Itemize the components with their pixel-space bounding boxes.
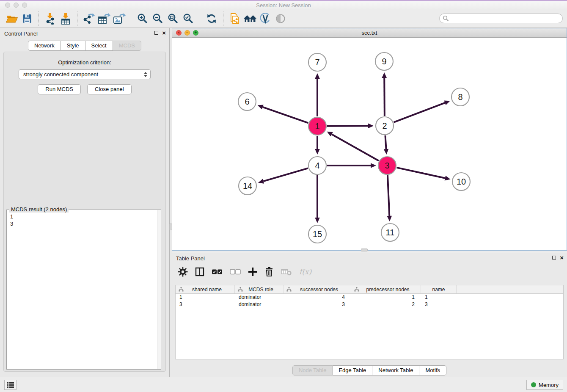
table-cell[interactable]: 1 [176,294,235,301]
table-cell[interactable]: 2 [351,301,421,308]
import-network-button[interactable] [43,11,58,27]
zoom-out-button[interactable] [150,11,165,27]
node-table: shared name MCDS role successor nodes pr… [175,285,564,359]
table-cell[interactable]: 3 [284,301,351,308]
float-panel-icon[interactable] [154,31,158,35]
float-table-panel-icon[interactable] [552,256,556,259]
tab-select[interactable]: Select [85,41,113,51]
memory-button[interactable]: Memory [526,380,563,390]
import-table-button[interactable] [58,11,73,27]
show-column-panel-button[interactable] [195,266,204,277]
save-session-button[interactable] [19,11,35,27]
criterion-value: strongly connected component [23,71,98,77]
graph-edge-2-3[interactable] [385,135,386,149]
horizontal-divider-handle[interactable] [361,248,368,251]
table-header-row: shared name MCDS role successor nodes pr… [176,285,563,294]
graph-edge-2-9[interactable] [384,78,385,116]
column-header-shared-name[interactable]: shared name [176,285,235,293]
select-all-columns-button[interactable] [212,266,223,277]
graph-edge-3-1[interactable] [332,134,379,161]
table-cell[interactable]: dominator [235,294,284,301]
tab-network-table[interactable]: Network Table [372,365,419,375]
column-header-mcds-role[interactable]: MCDS role [235,285,284,293]
graph-edge-3-11[interactable] [388,175,389,216]
search-box[interactable] [439,14,563,23]
close-table-panel-icon[interactable]: × [560,255,564,260]
network-canvas[interactable]: 1234678910111415 [172,38,567,250]
list-icon [7,382,14,388]
graph-node-label: 8 [458,92,462,102]
columns-icon [195,267,204,276]
column-header-predecessor-nodes[interactable]: predecessor nodes [351,285,421,293]
status-bar: Memory [0,377,567,392]
zoom-selected-button[interactable] [181,11,196,27]
table-cell[interactable]: 1 [421,294,457,301]
delete-table-button[interactable] [281,266,292,277]
graph-edge-1-6[interactable] [263,107,308,123]
refresh-button[interactable] [204,11,219,27]
close-panel-icon[interactable]: × [162,30,166,35]
tab-motifs[interactable]: Motifs [419,365,446,375]
home-button[interactable] [242,11,258,27]
tab-network[interactable]: Network [28,41,61,51]
tab-mcds[interactable]: MCDS [113,41,141,51]
table-row[interactable]: 1dominator411 [176,294,563,301]
graph-edge-3-10[interactable] [396,168,445,178]
task-history-button[interactable] [4,380,17,390]
export-network-button[interactable] [81,11,96,27]
table-cell[interactable]: dominator [235,301,284,308]
graph-node-label: 15 [313,229,322,239]
save-floppy-icon [22,14,32,24]
plus-icon [248,267,257,276]
table-row[interactable]: 3dominator323 [176,301,563,308]
column-header-successor-nodes[interactable]: successor nodes [284,285,351,293]
export-table-button[interactable] [96,11,112,27]
toolbar-separator [39,11,39,26]
graph-edge-arrowhead [384,149,389,155]
tab-node-table[interactable]: Node Table [292,365,333,375]
table-body: 1dominator4113dominator323 [176,294,563,308]
table-cell[interactable]: 3 [421,301,457,308]
run-mcds-button[interactable]: Run MCDS [38,84,81,94]
graph-edge-2-8[interactable] [394,103,445,122]
toolbar-separator [223,11,223,26]
search-input[interactable] [449,14,562,22]
main-toolbar [0,9,567,28]
graph-edge-1-2[interactable] [327,126,368,126]
table-settings-button[interactable] [178,266,188,277]
function-builder-button[interactable]: f(x) [299,266,311,277]
zoom-out-icon [152,13,163,24]
vizmap-button[interactable] [258,11,273,27]
zoom-fit-button[interactable] [165,11,181,27]
eye-button[interactable] [273,11,288,27]
graph-edge-arrowhead [315,218,320,223]
clone-network-button[interactable] [227,11,242,27]
table-toolbar: f(x) [178,266,311,277]
table-cell[interactable]: 3 [176,301,235,308]
graph-edge-4-14[interactable] [263,168,308,181]
export-image-button[interactable] [112,11,127,27]
add-column-button[interactable] [248,266,257,277]
column-header-name[interactable]: name [421,285,457,293]
tab-style[interactable]: Style [61,41,85,51]
dropdown-stepper-icon [143,71,148,78]
mcds-result-box: MCDS result (2 nodes) 1 3 [6,210,161,370]
table-cell[interactable]: 1 [351,294,421,301]
tab-edge-table[interactable]: Edge Table [333,365,372,375]
table-panel-header: Table Panel × [172,253,567,264]
open-session-button[interactable] [4,11,19,27]
graph-node-label: 9 [382,57,386,66]
graph-edge-arrowhead [368,123,374,128]
mcds-result-list[interactable]: 1 3 [7,211,157,369]
result-scrollbar[interactable] [157,210,161,369]
graph-node-label: 6 [245,97,249,106]
criterion-dropdown[interactable]: strongly connected component [19,69,151,79]
delete-columns-button[interactable] [264,266,274,277]
control-panel-title: Control Panel [4,30,38,37]
table-cell[interactable]: 4 [284,294,351,301]
zoom-in-button[interactable] [135,11,150,27]
deselect-all-columns-button[interactable] [230,266,241,277]
close-panel-button[interactable]: Close panel [87,84,132,94]
refresh-icon [206,13,217,24]
graph-edge-arrowhead [382,72,387,78]
